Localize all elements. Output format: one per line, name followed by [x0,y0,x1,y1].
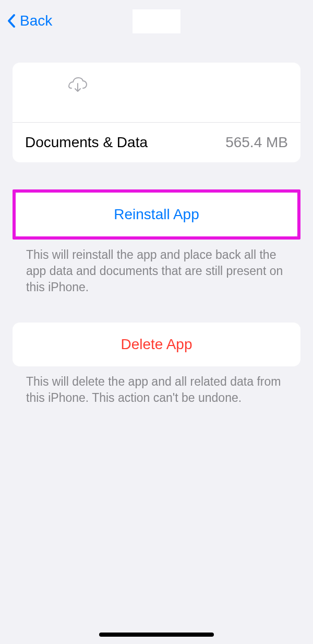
home-indicator[interactable] [99,633,214,637]
cloud-download-icon [68,77,88,93]
app-header [13,63,300,122]
documents-data-row[interactable]: Documents & Data 565.4 MB [13,122,300,162]
reinstall-app-button[interactable]: Reinstall App [16,193,297,236]
delete-app-button[interactable]: Delete App [13,323,300,366]
documents-value: 565.4 MB [225,134,288,151]
content-area: Documents & Data 565.4 MB Reinstall App … [0,63,313,406]
reinstall-label: Reinstall App [114,206,199,222]
title-placeholder [133,9,180,33]
delete-description: This will delete the app and all related… [13,366,300,406]
delete-label: Delete App [121,336,192,352]
back-label: Back [20,13,52,29]
navigation-bar: Back [0,0,313,35]
reinstall-description: This will reinstall the app and place ba… [13,240,300,295]
documents-label: Documents & Data [25,134,148,151]
app-info-card: Documents & Data 565.4 MB [13,63,300,162]
highlight-annotation: Reinstall App [13,189,300,240]
chevron-left-icon [6,13,17,29]
back-button[interactable]: Back [6,13,52,29]
